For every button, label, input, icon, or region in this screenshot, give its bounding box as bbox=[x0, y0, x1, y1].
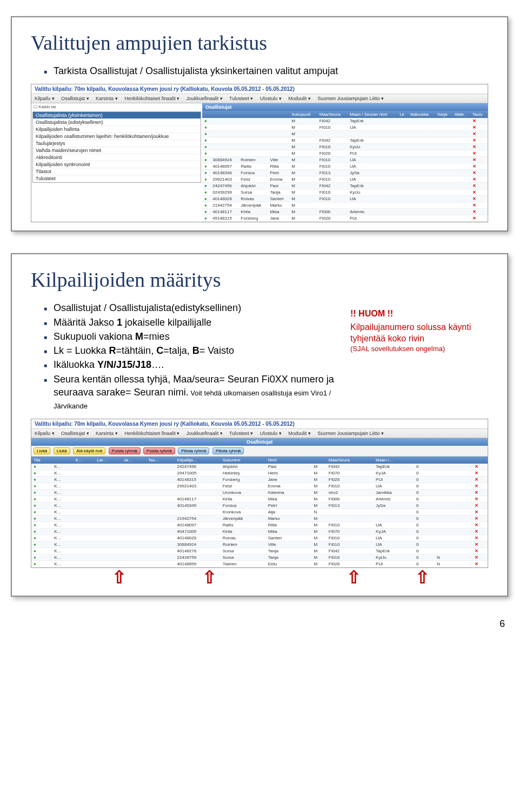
table-row[interactable]: ●40148346ForsiusPetriMFI013JySa✕ bbox=[202, 170, 488, 176]
menu-item[interactable]: Tulosteet ▾ bbox=[229, 431, 253, 436]
delete-icon[interactable]: ✕ bbox=[473, 476, 488, 483]
menu-item[interactable]: Karsinta ▾ bbox=[96, 431, 118, 436]
table-row[interactable]: ●K…40148278SorsaTanjaMFI042TapErä0✕ bbox=[31, 547, 488, 554]
menu-item[interactable]: Joukkuefinaalit ▾ bbox=[187, 96, 223, 101]
delete-icon[interactable]: ✕ bbox=[473, 554, 488, 560]
delete-icon[interactable]: ✕ bbox=[473, 470, 488, 476]
menu-item[interactable]: Tulosteet ▾ bbox=[229, 96, 253, 101]
delete-icon[interactable]: ✕ bbox=[470, 215, 488, 222]
delete-icon[interactable]: ✕ bbox=[470, 118, 488, 124]
table-row[interactable]: ●K…40471005KirilaMikaMFI070KyJA0✕ bbox=[31, 528, 488, 534]
menu-item[interactable]: Moduulit ▾ bbox=[288, 96, 311, 101]
delete-icon[interactable]: ✕ bbox=[470, 189, 488, 196]
delete-icon[interactable]: ✕ bbox=[470, 137, 488, 144]
delete-icon[interactable]: ✕ bbox=[470, 150, 488, 157]
menu-item[interactable]: Ulostulo ▾ bbox=[260, 96, 282, 101]
menu-item[interactable]: Kilpailu ▾ bbox=[35, 96, 55, 101]
menu-item[interactable]: Henkilökohtaiset finaalit ▾ bbox=[124, 96, 179, 101]
toolbar-btn[interactable]: Poista ryhmä bbox=[143, 447, 175, 454]
menu-item[interactable]: Suomen Jousiampujain Liitto ▾ bbox=[317, 96, 384, 101]
menu-item[interactable]: Kilpailu ▾ bbox=[35, 431, 55, 436]
delete-icon[interactable]: ✕ bbox=[470, 157, 488, 163]
table-row[interactable]: ●MFI018KylJo✕ bbox=[202, 144, 488, 150]
delete-icon[interactable]: ✕ bbox=[473, 534, 488, 541]
dropdown-item[interactable]: Kilpailijoiden osallistuminen lajeihin: … bbox=[33, 133, 201, 140]
menu-item[interactable]: Suomen Jousiampujain Liitto ▾ bbox=[317, 431, 384, 436]
table-row[interactable]: ●40148028RoivasSanteriMFI010IJA✕ bbox=[202, 196, 488, 202]
delete-icon[interactable]: ✕ bbox=[470, 209, 488, 215]
delete-icon[interactable]: ✕ bbox=[473, 541, 488, 547]
menu-item[interactable]: Joukkuefinaalit ▾ bbox=[187, 431, 223, 436]
table-row[interactable]: ●29921403FeistEmmaMFI010IJA✕ bbox=[202, 176, 488, 183]
dropdown-item[interactable]: Osallistujalista (edistyksellinen) bbox=[33, 119, 201, 126]
dropdown-item[interactable]: Tilastot bbox=[33, 168, 201, 175]
delete-icon[interactable]: ✕ bbox=[473, 496, 488, 502]
delete-icon[interactable]: ✕ bbox=[470, 196, 488, 202]
table-row[interactable]: ●30884924RoinienVilleMFI010IJA✕ bbox=[202, 157, 488, 163]
table-row[interactable]: ●K…40148117KirilaMikaMFI006Artemis0✕ bbox=[31, 496, 488, 502]
table-row[interactable]: ●K…UronkovaKaterinaMviro2Jarvikka0✕ bbox=[31, 489, 488, 496]
table-row[interactable]: ●K…21942754JärvenpääMarkoM0✕ bbox=[31, 515, 488, 521]
delete-icon[interactable]: ✕ bbox=[473, 528, 488, 534]
table-row[interactable]: ●K…22439759SorsaTanjaMFI018KylJo0N✕ bbox=[31, 554, 488, 560]
toolbar-btn[interactable]: Lisää bbox=[34, 447, 50, 454]
delete-icon[interactable]: ✕ bbox=[470, 183, 488, 189]
delete-icon[interactable]: ✕ bbox=[470, 124, 488, 131]
table-row[interactable]: ●M✕ bbox=[202, 131, 488, 137]
table-row[interactable]: ●K…40140345ForsiusPetriMFI013JySa0✕ bbox=[31, 502, 488, 509]
table-row[interactable]: ●K…40148859TiainenEetuMFI028PiJi0N✕ bbox=[31, 560, 488, 567]
table-row[interactable]: ●MFI028PiJi✕ bbox=[202, 150, 488, 157]
delete-icon[interactable]: ✕ bbox=[473, 464, 488, 470]
table-row[interactable]: ●K…40148315ForsbergJaneMFI028PiJi0✕ bbox=[31, 476, 488, 483]
toolbar-btn[interactable]: Piilota ryhmä bbox=[178, 447, 209, 454]
table-row[interactable]: ●40148097RaitisRiitaMFI010IJA✕ bbox=[202, 163, 488, 170]
dropdown-item[interactable]: Vaihda maiden/seurojen nimet bbox=[33, 147, 201, 154]
delete-icon[interactable]: ✕ bbox=[470, 202, 488, 209]
dropdown-item[interactable]: Kilpailijoiden hallinta bbox=[33, 126, 201, 133]
delete-icon[interactable]: ✕ bbox=[470, 170, 488, 176]
menu-item[interactable]: Karsinta ▾ bbox=[96, 96, 118, 101]
delete-icon[interactable]: ✕ bbox=[473, 489, 488, 496]
delete-icon[interactable]: ✕ bbox=[473, 502, 488, 509]
menu-item[interactable]: Ulostulo ▾ bbox=[260, 431, 282, 436]
menu-item[interactable]: Henkilökohtaiset finaalit ▾ bbox=[124, 431, 179, 436]
menu-item[interactable]: Osallistujat ▾ bbox=[61, 431, 89, 436]
delete-icon[interactable]: ✕ bbox=[473, 509, 488, 515]
delete-icon[interactable]: ✕ bbox=[473, 483, 488, 489]
table-row[interactable]: ●40148117KirilaMikaMFI006Artemis✕ bbox=[202, 209, 488, 215]
cell bbox=[146, 470, 175, 476]
delete-icon[interactable]: ✕ bbox=[473, 560, 488, 567]
menu-item[interactable]: Osallistujat ▾ bbox=[61, 96, 89, 101]
delete-icon[interactable]: ✕ bbox=[470, 144, 488, 150]
delete-icon[interactable]: ✕ bbox=[470, 176, 488, 183]
table-row[interactable]: ●MFI042TapErä✕ bbox=[202, 118, 488, 124]
dropdown-item[interactable]: Taulujärjestys bbox=[33, 140, 201, 147]
table-row[interactable]: ●K…40148028RoivasSanteriMFI010IJA0✕ bbox=[31, 534, 488, 541]
table-row[interactable]: ●K…KronkovaAijaN0✕ bbox=[31, 509, 488, 515]
table-row[interactable]: ●K…29921403FeistEmmaMFI010IJA0✕ bbox=[31, 483, 488, 489]
delete-icon[interactable]: ✕ bbox=[473, 521, 488, 528]
table-row[interactable]: ●MFI042TapErä✕ bbox=[202, 137, 488, 144]
dropdown-item[interactable]: Tulosteet bbox=[33, 175, 201, 182]
table-row[interactable]: ●K…24247456AhjokiviPasiMFI042TapErä0✕ bbox=[31, 464, 488, 470]
table-row[interactable]: ●21942754JärvenpääMarkoM✕ bbox=[202, 202, 488, 209]
table-row[interactable]: ●24247456AhjokiviPasiMFI042TapErä✕ bbox=[202, 183, 488, 189]
toolbar-btn[interactable]: Piilota ryhmä bbox=[212, 447, 244, 454]
delete-icon[interactable]: ✕ bbox=[470, 163, 488, 170]
toolbar-btn[interactable]: Poista ryhmä bbox=[109, 447, 141, 454]
table-row[interactable]: ●45148315ForsbergJaneMFI028PiJi✕ bbox=[202, 215, 488, 222]
toolbar-btn[interactable]: Älä käytä rivä bbox=[73, 447, 105, 454]
dropdown-item[interactable]: Akkreditointi bbox=[33, 154, 201, 161]
table-row[interactable]: ●K…40148097RaitisRiitaMFI010IJA0✕ bbox=[31, 521, 488, 528]
table-row[interactable]: ●02439299SorsaTanjaMFI018KylJo✕ bbox=[202, 189, 488, 196]
menu-item[interactable]: Moduulit ▾ bbox=[288, 431, 311, 436]
delete-icon[interactable]: ✕ bbox=[473, 547, 488, 554]
table-row[interactable]: ●K…30884924RoinienVilleMFI010IJA0✕ bbox=[31, 541, 488, 547]
delete-icon[interactable]: ✕ bbox=[473, 515, 488, 521]
table-row[interactable]: ●K…29471005HeikinleyHeiniMFI070KyJA0✕ bbox=[31, 470, 488, 476]
table-row[interactable]: ●MFI010IJA✕ bbox=[202, 124, 488, 131]
delete-icon[interactable]: ✕ bbox=[470, 131, 488, 137]
dropdown-item[interactable]: Osallistujalista (yksinkertainen) bbox=[33, 112, 201, 119]
dropdown-item[interactable]: Kilpailijoiden synkronointi bbox=[33, 161, 201, 168]
toolbar-btn[interactable]: Lisää bbox=[54, 447, 70, 454]
